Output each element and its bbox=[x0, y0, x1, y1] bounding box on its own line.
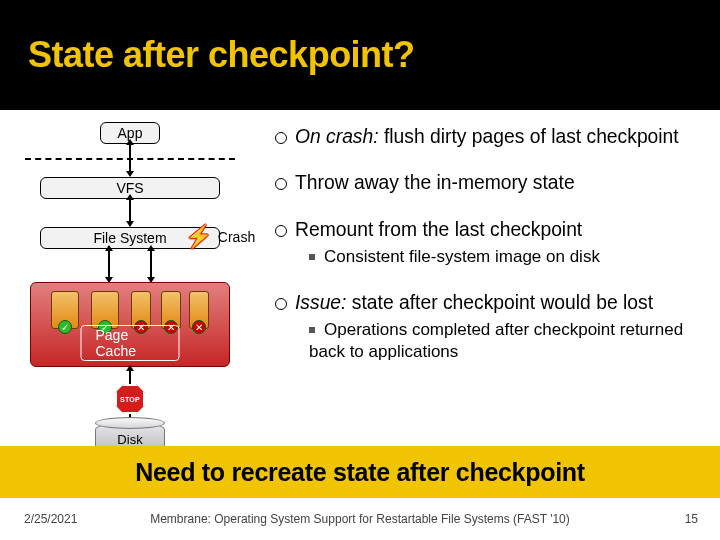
banner-text: Need to recreate state after checkpoint bbox=[135, 458, 585, 487]
slide-body: App VFS File System ⚡ Crash ✓ ✓ Page Cac… bbox=[0, 110, 720, 475]
bullet-marker-icon bbox=[275, 225, 287, 237]
bullet-square-icon bbox=[309, 327, 315, 333]
sub-bullet-operations: Operations completed after checkpoint re… bbox=[309, 319, 708, 363]
slide-title: State after checkpoint? bbox=[28, 34, 415, 76]
bullet-square-icon bbox=[309, 254, 315, 260]
stop-icon: STOP bbox=[115, 384, 145, 414]
dirty-page: ✓ bbox=[51, 291, 79, 329]
bullet-throw-away: Throw away the in-memory state bbox=[275, 170, 708, 195]
crash-label: Crash bbox=[218, 229, 255, 245]
dirty-page-bad bbox=[161, 291, 181, 329]
box-page-cache: ✓ ✓ Page Cache bbox=[30, 282, 230, 367]
dirty-page: ✓ bbox=[91, 291, 119, 329]
arrow-fs-cache-a bbox=[108, 250, 110, 278]
bullet-remount: Remount from the last checkpoint Consist… bbox=[275, 217, 708, 269]
crash-indicator: ⚡ Crash bbox=[185, 226, 255, 248]
bullet-issue: Issue: state after checkpoint would be l… bbox=[275, 290, 708, 364]
bullet-marker-icon bbox=[275, 298, 287, 310]
slide-footer: 2/25/2021 Membrane: Operating System Sup… bbox=[0, 498, 720, 540]
arrow-fs-cache-b bbox=[150, 250, 152, 278]
dirty-page-bad bbox=[189, 291, 209, 329]
sub-bullet-consistent: Consistent file-system image on disk bbox=[309, 246, 708, 268]
dirty-page-bad bbox=[131, 291, 151, 329]
bullet-marker-icon bbox=[275, 178, 287, 190]
lightning-icon: ⚡ bbox=[185, 226, 212, 248]
bullet-marker-icon bbox=[275, 132, 287, 144]
title-bar: State after checkpoint? bbox=[0, 0, 720, 110]
arrow-vfs-fs bbox=[129, 199, 131, 222]
bullet-on-crash: On crash: flush dirty pages of last chec… bbox=[275, 124, 708, 149]
arrow-app-vfs bbox=[129, 144, 131, 172]
bullet-list: On crash: flush dirty pages of last chec… bbox=[275, 124, 708, 384]
footer-caption: Membrane: Operating System Support for R… bbox=[0, 512, 720, 526]
highlight-banner: Need to recreate state after checkpoint bbox=[0, 446, 720, 498]
footer-page-number: 15 bbox=[685, 512, 698, 526]
stack-diagram: App VFS File System ⚡ Crash ✓ ✓ Page Cac… bbox=[25, 122, 235, 452]
page-cache-label: Page Cache bbox=[81, 325, 180, 361]
